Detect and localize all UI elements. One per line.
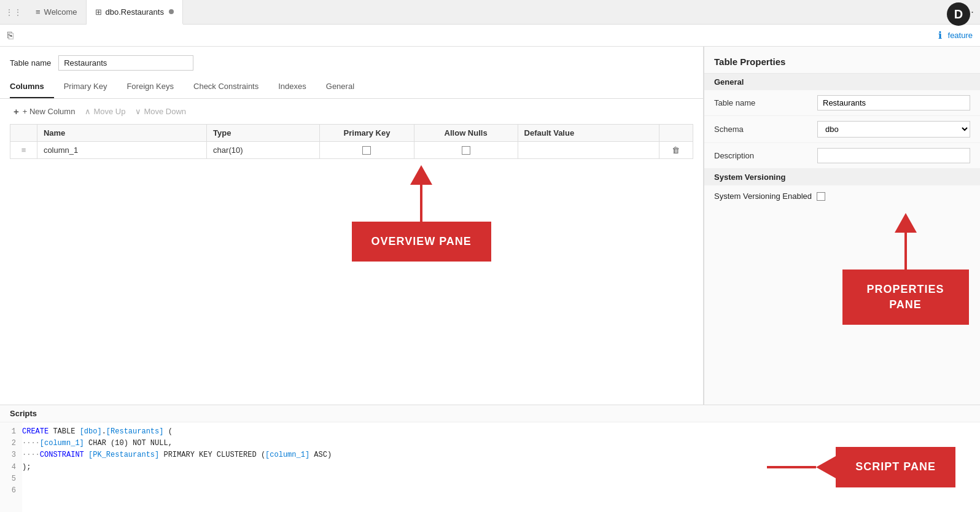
code-line-4: ); <box>22 462 501 473</box>
overview-annotation: OVERVIEW PANE <box>352 165 491 262</box>
script-code: CREATE TABLE [dbo].[Restaurants] ( ····[… <box>22 422 501 512</box>
plus-icon: + <box>14 106 19 117</box>
welcome-icon: ≡ <box>36 7 41 17</box>
pk-checkbox[interactable] <box>362 146 371 155</box>
tab-columns[interactable]: Columns <box>10 77 54 98</box>
overview-pane: Table name Columns Primary Key Foreign K… <box>0 47 704 405</box>
tab-general[interactable]: General <box>326 77 364 98</box>
col-header-delete <box>659 125 693 142</box>
row-null-cell[interactable] <box>414 142 518 159</box>
modified-dot <box>169 9 174 14</box>
row-delete-button[interactable]: 🗑 <box>659 142 693 159</box>
props-table-name-label: Table name <box>714 98 812 107</box>
script-arrow-stem <box>767 466 816 468</box>
null-checkbox[interactable] <box>462 146 470 155</box>
main-area: Table name Columns Primary Key Foreign K… <box>0 47 980 405</box>
tab-welcome-label: Welcome <box>44 7 77 17</box>
chevron-up-icon: ∧ <box>85 107 91 116</box>
table-name-input[interactable] <box>58 55 193 71</box>
script-header: Scripts <box>0 405 980 422</box>
tab-welcome[interactable]: ≡ Welcome <box>27 0 87 25</box>
sys-versioning-checkbox[interactable] <box>817 192 825 201</box>
col-header-default: Default Value <box>518 125 659 142</box>
props-schema-label: Schema <box>714 125 812 134</box>
row-drag-handle[interactable]: ≡ <box>10 142 37 159</box>
script-label-box: SCRIPT PANE <box>836 447 955 487</box>
table-row: ≡ column_1 char(10) <box>10 142 693 159</box>
col-actions: + + New Column ∧ Move Up ∨ Move Down <box>0 99 703 124</box>
overview-label-box: OVERVIEW PANE <box>352 222 491 262</box>
toolbar-row: ⎘ ℹ feature <box>0 25 980 47</box>
props-table-name-input[interactable] <box>817 95 970 111</box>
code-line-6 <box>22 485 501 497</box>
props-sys-enabled-row: System Versioning Enabled <box>704 185 980 207</box>
move-up-button[interactable]: ∧ Move Up <box>81 104 129 118</box>
properties-annotation: PROPERTIESPANE <box>842 213 969 325</box>
props-description-input[interactable] <box>817 148 970 163</box>
props-annotation-area: PROPERTIESPANE <box>704 207 980 405</box>
props-title: Table Properties <box>704 47 980 74</box>
feature-link[interactable]: feature <box>948 31 973 40</box>
tab-primary-key[interactable]: Primary Key <box>64 77 117 98</box>
code-line-2: ····[column_1] CHAR (10) NOT NULL, <box>22 438 501 449</box>
tab-foreign-keys[interactable]: Foreign Keys <box>126 77 184 98</box>
overview-arrow-up <box>410 165 432 185</box>
props-sys-enabled-label: System Versioning Enabled <box>714 192 812 201</box>
props-sys-header: System Versioning <box>704 169 980 185</box>
tabs-nav: Columns Primary Key Foreign Keys Check C… <box>0 77 703 99</box>
col-header-type: Type <box>207 125 320 142</box>
col-header-name: Name <box>37 125 206 142</box>
tab-check-constraints[interactable]: Check Constraints <box>193 77 268 98</box>
props-schema-select[interactable]: dbo guest INFORMATION_SCHEMA <box>817 121 970 138</box>
avatar-letter: D <box>954 7 963 21</box>
props-general-header: General <box>704 74 980 90</box>
script-pane: Scripts 123456 CREATE TABLE [dbo].[Resta… <box>0 405 980 512</box>
props-table-name-row: Table name <box>704 90 980 116</box>
col-header-pk: Primary Key <box>320 125 414 142</box>
props-arrow-up <box>895 213 917 233</box>
info-icon[interactable]: ℹ <box>938 29 942 41</box>
code-line-3: ····CONSTRAINT [PK_Restaurants] PRIMARY … <box>22 449 501 461</box>
script-annotation: SCRIPT PANE <box>767 447 955 487</box>
row-default-cell[interactable] <box>518 142 659 159</box>
columns-table: Name Type Primary Key Allow Nulls Defaul… <box>10 124 693 159</box>
line-numbers: 123456 <box>0 422 22 512</box>
tab-restaurants[interactable]: ⊞ dbo.Restaurants <box>87 0 183 25</box>
chevron-down-icon: ∨ <box>135 107 141 116</box>
col-header-nulls: Allow Nulls <box>414 125 518 142</box>
tab-restaurants-label: dbo.Restaurants <box>106 7 164 17</box>
table-name-row: Table name <box>0 47 703 77</box>
code-line-1: CREATE TABLE [dbo].[Restaurants] ( <box>22 426 501 438</box>
code-line-5 <box>22 473 501 485</box>
new-column-button[interactable]: + + New Column <box>10 104 79 119</box>
columns-table-wrap: Name Type Primary Key Allow Nulls Defaul… <box>0 124 703 159</box>
props-schema-row: Schema dbo guest INFORMATION_SCHEMA <box>704 116 980 143</box>
properties-pane: Table Properties General Table name Sche… <box>704 47 980 405</box>
overview-arrow-stem <box>420 185 422 222</box>
row-name-cell[interactable]: column_1 <box>37 142 206 159</box>
tab-indexes[interactable]: Indexes <box>278 77 316 98</box>
props-description-label: Description <box>714 151 812 160</box>
row-type-cell[interactable]: char(10) <box>207 142 320 159</box>
script-arrow-left <box>816 456 836 478</box>
props-arrow-stem <box>904 233 907 270</box>
table-icon: ⊞ <box>95 7 102 17</box>
avatar[interactable]: D <box>947 2 970 26</box>
row-pk-cell[interactable] <box>320 142 414 159</box>
tab-bar: ⋮⋮ ≡ Welcome ⊞ dbo.Restaurants ··· D <box>0 0 980 25</box>
col-header-drag <box>10 125 37 142</box>
save-icon[interactable]: ⎘ <box>7 30 14 41</box>
props-label-box: PROPERTIESPANE <box>842 270 969 325</box>
script-annotation-area: SCRIPT PANE <box>501 422 980 512</box>
script-content: 123456 CREATE TABLE [dbo].[Restaurants] … <box>0 422 980 512</box>
table-name-label: Table name <box>10 58 51 68</box>
overview-annotation-area: OVERVIEW PANE <box>0 159 703 405</box>
drag-handle-icon: ⋮⋮ <box>5 7 22 17</box>
move-down-button[interactable]: ∨ Move Down <box>131 104 190 118</box>
props-description-row: Description <box>704 143 980 169</box>
